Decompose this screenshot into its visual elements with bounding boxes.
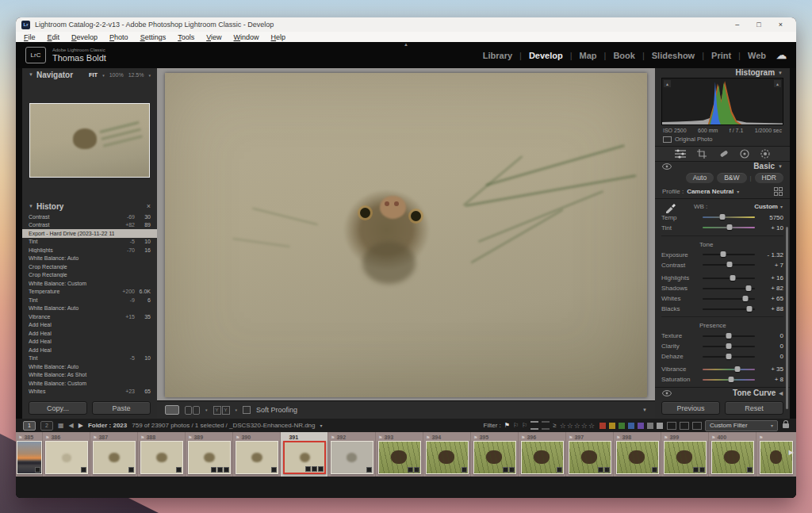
profile-value[interactable]: Camera Neutral: [687, 188, 733, 195]
menu-view[interactable]: View: [206, 33, 221, 41]
thumb-flag-icon[interactable]: ⚑: [283, 435, 287, 440]
filmstrip-cell-387[interactable]: ⚑387: [90, 432, 138, 477]
thumb-badge-icon[interactable]: [318, 466, 324, 472]
minimize-button[interactable]: –: [735, 21, 739, 29]
toolbar-options-caret-icon[interactable]: ▼: [642, 408, 647, 412]
unflagged-filter-icon[interactable]: ⚐: [513, 422, 519, 429]
shadow-clipping-icon[interactable]: ▲: [664, 80, 671, 87]
thumb-badge-icon[interactable]: [414, 467, 419, 473]
slider-track[interactable]: [703, 254, 755, 255]
color-label-swatch[interactable]: [599, 422, 607, 430]
thumb-badge-icon[interactable]: [35, 467, 40, 473]
profile-caret-icon[interactable]: ▾: [737, 189, 739, 194]
filmstrip-cell-edge[interactable]: ⚑: [756, 432, 793, 477]
panel-toggle-eye-icon[interactable]: [662, 163, 672, 170]
hdr-button[interactable]: HDR: [755, 173, 783, 183]
loupe-view-icon[interactable]: [165, 405, 179, 415]
menu-settings[interactable]: Settings: [140, 33, 167, 41]
thumb-flag-icon[interactable]: ⚑: [759, 435, 763, 440]
color-label-swatch[interactable]: [656, 422, 664, 430]
thumb-badge-icon[interactable]: [211, 467, 216, 473]
slider-thumb[interactable]: [747, 306, 753, 312]
slider-track[interactable]: [703, 356, 755, 358]
history-step[interactable]: Contrast-6930: [22, 212, 157, 221]
thumb-flag-icon[interactable]: ⚑: [473, 435, 477, 440]
thumb-badge-icon[interactable]: [652, 467, 657, 473]
previous-button[interactable]: Previous: [661, 401, 720, 415]
history-step[interactable]: Crop Rectangle: [22, 271, 157, 280]
rating-gte-icon[interactable]: ≥: [553, 422, 556, 429]
slider-thumb[interactable]: [735, 366, 741, 372]
right-panel-scrollbar[interactable]: [786, 227, 788, 409]
basic-adjust-icon[interactable]: [674, 148, 687, 159]
slider-track[interactable]: [703, 346, 755, 347]
history-step[interactable]: White Balance: Custom: [22, 379, 157, 388]
red-eye-tool-icon[interactable]: [739, 148, 750, 159]
thumb-image[interactable]: [569, 441, 611, 474]
slider-thumb[interactable]: [720, 214, 726, 220]
color-label-swatch[interactable]: [618, 422, 626, 430]
bw-button[interactable]: B&W: [717, 173, 746, 183]
filmstrip-cell-397[interactable]: ⚑397: [566, 432, 614, 477]
paste-button[interactable]: Paste: [92, 401, 151, 415]
thumb-flag-icon[interactable]: ⚑: [378, 435, 382, 440]
wb-value[interactable]: Custom: [754, 203, 778, 210]
auto-button[interactable]: Auto: [686, 173, 714, 183]
menu-edit[interactable]: Edit: [48, 33, 60, 41]
module-slideshow[interactable]: Slideshow: [652, 51, 695, 60]
filmstrip-cell-385[interactable]: ⚑385: [16, 432, 43, 477]
before-after-split-icon[interactable]: Y: [222, 406, 230, 415]
slider-track[interactable]: [703, 335, 755, 337]
history-step[interactable]: Crop Rectangle: [22, 262, 157, 271]
zoom-fit-caret-icon[interactable]: ▾: [102, 73, 105, 78]
thumb-badge-icon[interactable]: [224, 467, 229, 473]
module-web[interactable]: Web: [748, 51, 766, 60]
thumb-filter-icon[interactable]: [667, 422, 676, 430]
slider-track[interactable]: [703, 264, 755, 266]
thumb-badge-icon[interactable]: [128, 467, 134, 473]
tone-curve-header[interactable]: Tone Curve ◀: [655, 387, 790, 398]
second-window-button[interactable]: 2: [40, 421, 53, 431]
color-label-swatch[interactable]: [608, 422, 616, 430]
history-step[interactable]: Contrast+8289: [22, 221, 157, 230]
flagged-filter-icon[interactable]: ⚑: [504, 422, 510, 429]
wb-caret-icon[interactable]: ▾: [780, 204, 783, 209]
thumb-flag-icon[interactable]: ⚑: [236, 435, 239, 440]
thumb-badge-icon[interactable]: [408, 467, 413, 473]
slider-thumb[interactable]: [746, 285, 752, 291]
custom-filter-dropdown[interactable]: Custom Filter ▾: [705, 420, 778, 431]
profile-browser-icon[interactable]: [774, 187, 783, 196]
thumb-image[interactable]: [426, 441, 469, 474]
thumb-flag-icon[interactable]: ⚑: [521, 435, 525, 440]
top-panel-collapse-arrow[interactable]: ▲: [404, 42, 408, 47]
thumb-badge-icon[interactable]: [509, 467, 515, 473]
before-after-split-icon[interactable]: Y: [213, 406, 221, 415]
history-step[interactable]: Add Heal: [22, 329, 157, 338]
thumb-badge-icon[interactable]: [747, 467, 753, 473]
thumb-image[interactable]: [45, 441, 88, 474]
before-after-icon[interactable]: [193, 406, 200, 415]
menu-photo[interactable]: Photo: [109, 33, 128, 41]
healing-tool-icon[interactable]: [718, 148, 730, 159]
close-button[interactable]: ×: [779, 21, 783, 29]
thumb-flag-icon[interactable]: ⚑: [188, 435, 192, 440]
slider-thumb[interactable]: [730, 275, 736, 281]
edit-filter-icon[interactable]: [530, 421, 538, 430]
thumb-image[interactable]: [17, 441, 42, 474]
thumb-image[interactable]: [188, 441, 231, 474]
filmstrip-cell-390[interactable]: ⚑390: [233, 432, 281, 477]
edit-filter-off-icon[interactable]: [542, 421, 550, 430]
main-window-button[interactable]: 1: [23, 421, 36, 431]
menu-file[interactable]: File: [24, 33, 36, 41]
history-step[interactable]: White Balance: Auto: [22, 362, 157, 371]
history-header[interactable]: ▼ History ×: [22, 200, 157, 212]
history-step[interactable]: White Balance: Auto: [22, 304, 157, 313]
thumb-badge-icon[interactable]: [604, 467, 610, 473]
thumb-badge-icon[interactable]: [699, 467, 705, 473]
thumb-image[interactable]: [664, 441, 707, 474]
reset-button[interactable]: Reset: [725, 401, 783, 415]
history-step[interactable]: Temperature+2006.0K: [22, 288, 157, 297]
thumb-badge-icon[interactable]: [598, 467, 603, 473]
thumb-flag-icon[interactable]: ⚑: [18, 435, 22, 440]
thumb-badge-icon[interactable]: [176, 467, 182, 473]
